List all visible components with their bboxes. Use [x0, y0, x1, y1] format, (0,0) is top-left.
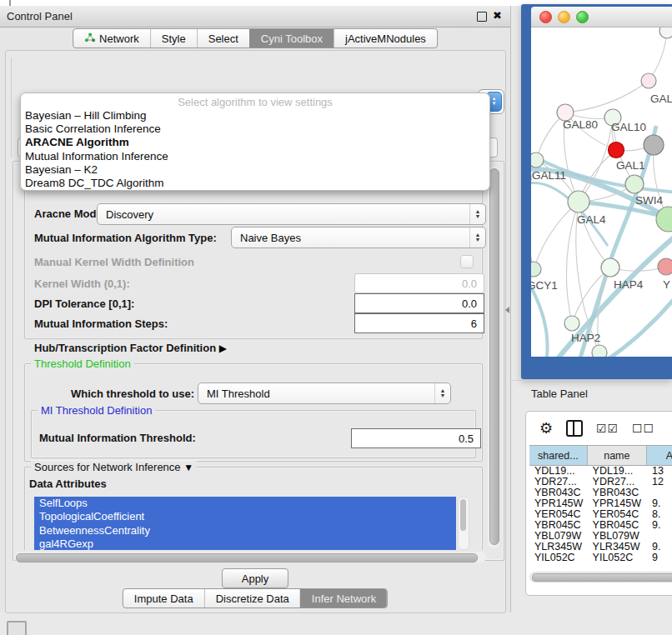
mi-steps-field[interactable]: 6: [354, 313, 484, 333]
column-header[interactable]: shared...: [529, 446, 588, 465]
which-threshold-combobox[interactable]: MI Threshold ▲▼: [198, 382, 451, 404]
mi-threshold-field[interactable]: 0.5: [351, 428, 481, 448]
network-graph: GALGAL80GAL10GAL1GAL11SWI4GAL4GCY1HAP4YH…: [531, 28, 672, 357]
table-horizontal-scrollbar[interactable]: [529, 572, 672, 582]
table-row[interactable]: YIL052CYIL052C9: [529, 552, 672, 562]
close-icon[interactable]: ✖: [493, 9, 502, 22]
table-cell: YLR345W: [529, 541, 588, 552]
node-red[interactable]: [609, 142, 624, 158]
bottom-tab-impute-data[interactable]: Impute Data: [123, 589, 204, 608]
column-header[interactable]: name: [588, 446, 647, 465]
network-canvas[interactable]: GALGAL80GAL10GAL1GAL11SWI4GAL4GCY1HAP4YH…: [531, 28, 672, 357]
table-cell: YPR145W: [588, 498, 647, 509]
aracne-mode-value: Discovery: [106, 208, 153, 221]
hub-definition-toggle[interactable]: Hub/Transcription Factor Definition ▶: [34, 342, 227, 354]
table-row[interactable]: YBR043CYBR043C: [529, 488, 672, 498]
attributes-scrollbar[interactable]: [458, 497, 469, 550]
table-cell: 9.: [647, 498, 672, 509]
mi-type-combobox[interactable]: Naive Bayes ▲▼: [231, 227, 486, 248]
table-cell: YBR043C: [588, 487, 647, 498]
node-gal1b[interactable]: [625, 175, 644, 193]
combobox-arrows-icon: ▲▼: [469, 228, 485, 248]
table-cell: 9.: [647, 519, 672, 531]
table-row[interactable]: YER054CYER054C8.: [529, 509, 672, 520]
tab-jactivemnodules[interactable]: jActiveMNodules: [333, 29, 437, 48]
table-row[interactable]: YDR27...YDR27...12: [529, 477, 672, 488]
kernel-width-field[interactable]: 0.0: [354, 273, 484, 293]
node-hap4[interactable]: [601, 258, 619, 277]
table-header-row: shared...nameA: [529, 446, 672, 466]
algorithm-option[interactable]: Bayesian – K2: [21, 163, 489, 177]
node-gcy1[interactable]: [531, 262, 541, 277]
tab-style[interactable]: Style: [150, 29, 197, 48]
mi-type-value: Naive Bayes: [240, 232, 301, 244]
algorithm-option[interactable]: ARACNE Algorithm: [21, 136, 489, 149]
node-topwhite[interactable]: [659, 28, 672, 38]
dpi-tolerance-field[interactable]: 0.0: [354, 293, 484, 313]
table-panel-title: Table Panel: [531, 388, 588, 400]
attribute-item[interactable]: TopologicalCoefficient: [34, 510, 456, 523]
attribute-item[interactable]: gal4RGexp: [34, 538, 456, 550]
table-cell: YDR27...: [588, 476, 647, 488]
kernel-width-label: Kernel Width (0,1):: [34, 278, 130, 290]
aracne-mode-combobox[interactable]: Discovery ▲▼: [97, 203, 486, 225]
hidden-group-border: [11, 58, 12, 158]
select-all-icon[interactable]: ☑☑: [596, 422, 619, 435]
node-hap2[interactable]: [564, 316, 579, 331]
attribute-item[interactable]: BetweennessCentrality: [34, 524, 456, 538]
algorithm-option[interactable]: Bayesian – Hill Climbing: [21, 109, 489, 122]
node-bottom[interactable]: [592, 345, 607, 357]
bottom-tab-infer-network[interactable]: Infer Network: [300, 589, 387, 608]
docked-panel-icon[interactable]: [7, 621, 27, 635]
minimize-traffic-light-icon[interactable]: [558, 11, 570, 23]
manual-kernel-checkbox[interactable]: [460, 255, 474, 268]
split-pane-collapse-icon[interactable]: [505, 307, 509, 313]
split-columns-icon[interactable]: [566, 420, 583, 437]
tab-network[interactable]: Network: [73, 29, 150, 48]
control-panel-title: Control Panel: [7, 10, 73, 22]
network-view-window[interactable]: GALGAL80GAL10GAL1GAL11SWI4GAL4GCY1HAP4YH…: [521, 4, 672, 379]
gear-icon[interactable]: ⚙: [539, 421, 553, 436]
mi-threshold-value: 0.5: [459, 432, 474, 445]
node-table[interactable]: shared...nameAYDL19...YDL19...13YDR27...…: [529, 445, 672, 568]
threshold-definition-title: Threshold Definition: [31, 358, 134, 370]
settings-horizontal-scrollbar[interactable]: [14, 552, 486, 562]
table-row[interactable]: YBL079WYBL079W: [529, 530, 672, 541]
bottom-tab-discretize-data[interactable]: Discretize Data: [204, 589, 300, 608]
tab-select[interactable]: Select: [197, 29, 249, 48]
disclosure-down-icon: ▼: [183, 462, 193, 473]
apply-button[interactable]: Apply: [222, 568, 288, 588]
node-pink1[interactable]: [641, 73, 656, 88]
zoom-traffic-light-icon[interactable]: [576, 11, 589, 23]
node-label-gal1b: SWI4: [635, 194, 663, 207]
sources-group-title[interactable]: Sources for Network Inference ▼: [31, 461, 197, 473]
deselect-all-icon[interactable]: ☐☐: [632, 422, 654, 435]
dpi-tolerance-value: 0.0: [462, 298, 477, 310]
table-row[interactable]: YPR145WYPR145W9.: [529, 498, 672, 509]
bottom-tab-label: Impute Data: [134, 592, 193, 605]
manual-kernel-label: Manual Kernel Width Definition: [34, 256, 194, 268]
tab-cyni-toolbox[interactable]: Cyni Toolbox: [249, 29, 333, 48]
algorithm-option[interactable]: Mutual Information Inference: [21, 150, 489, 163]
node-gal11[interactable]: [531, 152, 544, 168]
node-gal4[interactable]: [568, 191, 589, 212]
float-window-icon[interactable]: [477, 12, 487, 22]
attribute-item[interactable]: SelfLoops: [34, 497, 456, 510]
algorithm-option[interactable]: Basic Correlation Inference: [21, 122, 489, 136]
algorithm-dropdown-list: Bayesian – Hill ClimbingBasic Correlatio…: [21, 109, 489, 190]
settings-vertical-scrollbar[interactable]: [488, 167, 499, 548]
bottom-tab-label: Discretize Data: [216, 592, 289, 605]
bottom-tab-label: Infer Network: [312, 592, 376, 605]
table-cell: YBR045C: [529, 519, 588, 531]
table-row[interactable]: YDL19...YDL19...13: [529, 466, 672, 477]
table-cell: 13: [647, 465, 672, 477]
control-panel-tabbar: NetworkStyleSelectCyni ToolboxjActiveMNo…: [73, 28, 438, 48]
algorithm-option[interactable]: Dream8 DC_TDC Algorithm: [21, 177, 489, 190]
close-traffic-light-icon[interactable]: [539, 11, 552, 23]
column-header[interactable]: A: [647, 446, 672, 465]
node-salmon[interactable]: [658, 258, 672, 275]
table-row[interactable]: YLR345WYLR345W9.: [529, 541, 672, 552]
screen: Control Panel ✖ NetworkStyleSelectCyni T…: [0, 0, 672, 635]
node-gray[interactable]: [644, 135, 664, 155]
table-row[interactable]: YBR045CYBR045C9.: [529, 519, 672, 530]
